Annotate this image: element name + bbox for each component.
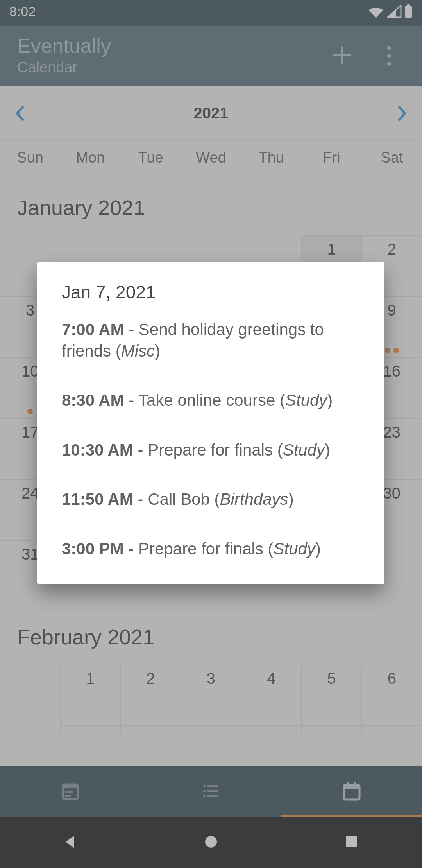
dialog-date: Jan 7, 2021 <box>62 282 359 303</box>
event-cat-close: ) <box>315 540 321 558</box>
event-title: Take online course <box>138 391 275 409</box>
event-list: 7:00 AM - Send holiday greetings to frie… <box>62 319 359 560</box>
event-item[interactable]: 11:50 AM - Call Bob (Birthdays) <box>62 489 359 510</box>
event-cat-open: ( <box>275 391 285 409</box>
event-item[interactable]: 3:00 PM - Prepare for finals (Study) <box>62 538 359 560</box>
event-cat-open: ( <box>263 540 274 558</box>
event-cat-open: ( <box>210 490 220 508</box>
event-category: Study <box>285 391 327 409</box>
event-title: Call Bob <box>148 490 210 508</box>
event-separator: - <box>124 540 138 558</box>
event-separator: - <box>133 441 148 459</box>
day-events-dialog: Jan 7, 2021 7:00 AM - Send holiday greet… <box>37 262 384 584</box>
screen: 8:02 Eventually Calendar <box>0 0 422 868</box>
event-item[interactable]: 10:30 AM - Prepare for finals (Study) <box>62 439 359 461</box>
event-category: Study <box>283 441 325 459</box>
event-item[interactable]: 8:30 AM - Take online course (Study) <box>62 390 359 411</box>
event-category: Misc <box>121 342 155 360</box>
event-category: Study <box>274 540 315 558</box>
event-separator: - <box>124 391 139 409</box>
event-time: 10:30 AM <box>62 441 133 459</box>
event-category: Birthdays <box>220 490 288 508</box>
event-separator: - <box>124 320 139 339</box>
event-cat-close: ) <box>327 391 333 409</box>
event-time: 7:00 AM <box>62 320 124 339</box>
event-cat-close: ) <box>155 342 160 360</box>
event-cat-close: ) <box>288 490 294 508</box>
event-title: Prepare for finals <box>148 441 273 459</box>
event-cat-open: ( <box>111 342 121 360</box>
event-separator: - <box>133 490 148 508</box>
event-item[interactable]: 7:00 AM - Send holiday greetings to frie… <box>62 319 359 362</box>
event-cat-close: ) <box>325 441 330 459</box>
event-cat-open: ( <box>273 441 283 459</box>
event-time: 3:00 PM <box>62 540 124 558</box>
event-time: 8:30 AM <box>62 391 124 409</box>
event-title: Prepare for finals <box>138 540 263 558</box>
event-time: 11:50 AM <box>62 490 133 508</box>
